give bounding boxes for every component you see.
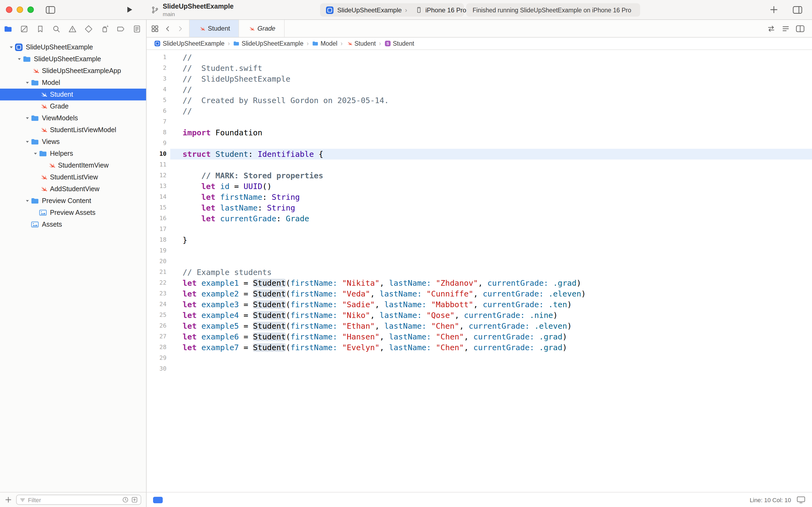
line-number[interactable]: 16 (147, 213, 170, 224)
recent-files-filter-icon[interactable] (122, 496, 129, 503)
code-line-18[interactable]: 18} (147, 235, 812, 245)
code-line-16[interactable]: 16 let currentGrade: Grade (147, 213, 812, 224)
line-number[interactable]: 27 (147, 331, 170, 342)
tree-item-studentlistview[interactable]: StudentListView (0, 171, 146, 183)
code-line-19[interactable]: 19 (147, 245, 812, 256)
tree-item-helpers[interactable]: Helpers (0, 148, 146, 160)
line-number[interactable]: 28 (147, 342, 170, 353)
line-number[interactable]: 25 (147, 310, 170, 321)
line-number[interactable]: 2 (147, 63, 170, 73)
line-number[interactable]: 21 (147, 267, 170, 278)
tree-item-assets[interactable]: Assets (0, 219, 146, 230)
breadcrumb-2-slideupsheetexample[interactable]: SlideUpSheetExample (233, 40, 303, 47)
run-button[interactable] (126, 6, 133, 13)
code-line-24[interactable]: 24let example3 = Student(firstName: "Sad… (147, 299, 812, 310)
toggle-inspector-icon[interactable] (793, 6, 802, 14)
find-navigator-icon[interactable] (52, 24, 61, 33)
code-line-25[interactable]: 25let example4 = Student(firstName: "Nik… (147, 310, 812, 321)
line-number[interactable]: 15 (147, 203, 170, 213)
code-line-10[interactable]: 10struct Student: Identifiable { (147, 149, 812, 160)
tree-item-addstudentview[interactable]: AddStudentView (0, 183, 146, 195)
bookmark-navigator-icon[interactable] (36, 24, 45, 33)
code-line-20[interactable]: 20 (147, 256, 812, 267)
back-icon[interactable] (164, 25, 171, 32)
code-line-17[interactable]: 17 (147, 224, 812, 235)
code-line-4[interactable]: 4// (147, 84, 812, 95)
breadcrumb-1-slideupsheetexample[interactable]: SlideUpSheetExample (154, 40, 225, 47)
tree-item-views[interactable]: Views (0, 136, 146, 148)
filter-input[interactable] (28, 497, 120, 503)
line-number[interactable]: 26 (147, 321, 170, 331)
close-window-button[interactable] (6, 6, 12, 13)
scheme-selector[interactable]: SlideUpSheetExample › iPhone 16 Pro (320, 3, 464, 17)
code-line-7[interactable]: 7 (147, 117, 812, 127)
code-line-27[interactable]: 27let example6 = Student(firstName: "Han… (147, 331, 812, 342)
tree-item-slideupsheetexampleapp[interactable]: SlideUpSheetExampleApp (0, 65, 146, 77)
run-destination[interactable]: iPhone 16 Pro (425, 6, 466, 14)
code-line-9[interactable]: 9 (147, 138, 812, 149)
disclosure-triangle-icon[interactable] (32, 151, 39, 156)
add-file-icon[interactable] (5, 496, 12, 503)
line-number[interactable]: 10 (147, 149, 170, 160)
code-line-23[interactable]: 23let example2 = Student(firstName: "Ved… (147, 288, 812, 299)
line-number[interactable]: 23 (147, 288, 170, 299)
toggle-navigator-icon[interactable] (46, 6, 55, 14)
disclosure-triangle-icon[interactable] (23, 139, 31, 145)
tree-item-viewmodels[interactable]: ViewModels (0, 112, 146, 124)
test-navigator-icon[interactable] (84, 24, 93, 33)
code-line-26[interactable]: 26let example5 = Student(firstName: "Eth… (147, 321, 812, 331)
code-line-5[interactable]: 5// Created by Russell Gordon on 2025-05… (147, 95, 812, 106)
source-control-filter-icon[interactable] (131, 496, 138, 503)
adjust-editor-options-icon[interactable] (781, 24, 790, 33)
disclosure-triangle-icon[interactable] (23, 80, 31, 86)
line-number[interactable]: 4 (147, 84, 170, 95)
code-line-28[interactable]: 28let example7 = Student(firstName: "Eve… (147, 342, 812, 353)
tab-grade[interactable]: Grade (239, 20, 285, 37)
tree-item-student[interactable]: Student (0, 89, 146, 101)
line-number[interactable]: 9 (147, 138, 170, 149)
code-line-12[interactable]: 12 // MARK: Stored properties (147, 170, 812, 181)
disclosure-triangle-icon[interactable] (23, 198, 31, 204)
code-line-3[interactable]: 3// SlideUpSheetExample (147, 73, 812, 84)
code-line-13[interactable]: 13 let id = UUID() (147, 181, 812, 192)
line-number[interactable]: 30 (147, 363, 170, 374)
tree-item-slideupsheetexample[interactable]: SlideUpSheetExample (0, 41, 146, 53)
tab-overview-icon[interactable] (151, 24, 159, 33)
tree-item-preview-assets[interactable]: Preview Assets (0, 207, 146, 219)
tree-item-studentlistviewmodel[interactable]: StudentListViewModel (0, 124, 146, 136)
debug-navigator-icon[interactable] (101, 24, 109, 33)
tree-item-model[interactable]: Model (0, 77, 146, 89)
tab-student[interactable]: Student (189, 20, 239, 37)
code-line-8[interactable]: 8import Foundation (147, 127, 812, 138)
source-control-navigator-icon[interactable] (20, 24, 28, 33)
issue-navigator-icon[interactable] (68, 24, 77, 33)
minimize-window-button[interactable] (17, 6, 23, 13)
status-indicator-icon[interactable] (153, 497, 163, 503)
code-line-15[interactable]: 15 let lastName: String (147, 203, 812, 213)
code-line-6[interactable]: 6// (147, 106, 812, 117)
line-number[interactable]: 13 (147, 181, 170, 192)
tree-item-grade[interactable]: Grade (0, 101, 146, 112)
add-editor-icon[interactable] (796, 24, 805, 33)
code-line-30[interactable]: 30 (147, 363, 812, 374)
line-number[interactable]: 18 (147, 235, 170, 245)
line-number[interactable]: 29 (147, 353, 170, 363)
line-number[interactable]: 6 (147, 106, 170, 117)
line-number[interactable]: 20 (147, 256, 170, 267)
line-number[interactable]: 24 (147, 299, 170, 310)
display-icon[interactable] (797, 496, 806, 504)
line-number[interactable]: 11 (147, 160, 170, 170)
line-number[interactable]: 3 (147, 73, 170, 84)
tree-item-studentitemview[interactable]: StudentItemView (0, 160, 146, 171)
code-line-22[interactable]: 22let example1 = Student(firstName: "Nik… (147, 278, 812, 288)
line-number[interactable]: 12 (147, 170, 170, 181)
related-items-icon[interactable] (767, 24, 775, 33)
line-number[interactable]: 8 (147, 127, 170, 138)
disclosure-triangle-icon[interactable] (23, 115, 31, 121)
breakpoint-navigator-icon[interactable] (117, 24, 125, 33)
line-number[interactable]: 19 (147, 245, 170, 256)
library-add-icon[interactable] (769, 5, 778, 14)
source-editor[interactable]: 1//2// Student.swift3// SlideUpSheetExam… (147, 50, 812, 492)
code-line-11[interactable]: 11 (147, 160, 812, 170)
line-number[interactable]: 14 (147, 192, 170, 203)
